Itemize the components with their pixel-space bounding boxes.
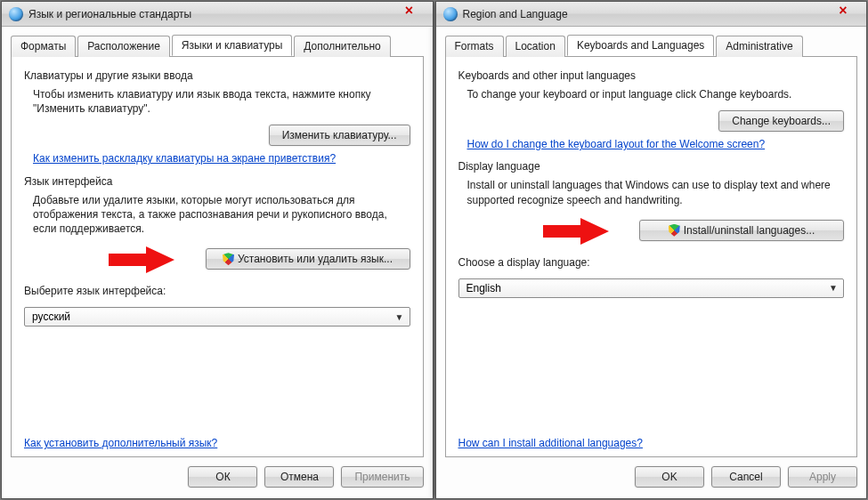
tab-keyboards[interactable]: Языки и клавиатуры [172,35,292,56]
ok-button[interactable]: ОК [188,466,257,488]
keyboards-section-title: Keyboards and other input languages [458,69,845,82]
keyboards-section-body: To change your keyboard or input languag… [467,87,845,101]
svg-marker-1 [543,218,609,245]
tab-location[interactable]: Location [506,36,565,57]
display-language-title: Язык интерфейса [24,175,410,188]
display-language-dropdown[interactable]: English ▼ [458,278,845,298]
arrow-icon [543,218,609,245]
tabstrip: Форматы Расположение Языки и клавиатуры … [11,35,424,57]
dialog-buttons: OK Cancel Apply [445,457,858,489]
apply-button[interactable]: Apply [788,466,857,488]
welcome-keyboard-link[interactable]: Как изменить раскладку клавиатуры на экр… [33,152,336,165]
display-language-selected: русский [32,310,70,323]
install-languages-button[interactable]: Установить или удалить язык... [206,248,410,270]
chevron-down-icon: ▼ [395,312,404,322]
display-language-title: Display language [458,160,845,173]
dialog-region-en: Region and Language × Formats Location K… [435,1,868,499]
close-button[interactable]: × [823,3,863,19]
tab-formats[interactable]: Formats [445,36,504,57]
globe-icon [9,7,23,21]
arrow-icon [109,246,174,273]
display-language-dropdown[interactable]: русский ▼ [24,307,410,327]
window-title: Язык и региональные стандарты [28,8,191,20]
choose-language-label: Choose a display language: [458,255,845,270]
client-area: Formats Location Keyboards and Languages… [436,27,867,498]
cancel-button[interactable]: Cancel [711,466,781,488]
display-language-body: Install or uninstall languages that Wind… [467,178,845,206]
tab-administrative[interactable]: Дополнительно [294,36,390,57]
close-button[interactable]: × [390,3,429,19]
titlebar[interactable]: Язык и региональные стандарты × [2,2,433,27]
tabpanel: Keyboards and other input languages To c… [445,57,858,457]
tab-administrative[interactable]: Administrative [716,36,802,57]
tab-formats[interactable]: Форматы [11,36,76,57]
uac-shield-icon [223,253,234,265]
install-languages-button[interactable]: Install/uninstall languages... [639,220,844,241]
dialog-buttons: ОК Отмена Применить [11,457,424,489]
globe-icon [443,7,458,21]
chevron-down-icon: ▼ [829,283,838,293]
keyboards-section-body: Чтобы изменить клавиатуру или язык ввода… [33,87,410,116]
install-additional-link[interactable]: How can I install additional languages? [458,437,643,449]
display-language-selected: English [466,282,501,294]
window-title: Region and Language [463,8,568,20]
tabpanel: Клавиатуры и другие языки ввода Чтобы из… [11,57,424,457]
tab-keyboards[interactable]: Keyboards and Languages [567,35,714,56]
choose-language-label: Выберите язык интерфейса: [24,284,410,298]
titlebar[interactable]: Region and Language × [436,2,867,27]
tabstrip: Formats Location Keyboards and Languages… [445,35,858,57]
display-language-body: Добавьте или удалите языки, которые могу… [33,193,410,237]
client-area: Форматы Расположение Языки и клавиатуры … [2,27,433,498]
svg-marker-0 [109,246,174,273]
keyboards-section-title: Клавиатуры и другие языки ввода [24,69,410,82]
ok-button[interactable]: OK [635,466,704,488]
welcome-keyboard-link[interactable]: How do I change the keyboard layout for … [467,138,766,150]
dialog-region-ru: Язык и региональные стандарты × Форматы … [1,1,434,499]
change-keyboards-button[interactable]: Change keyboards... [718,110,844,132]
uac-shield-icon [669,224,680,237]
cancel-button[interactable]: Отмена [264,466,334,488]
change-keyboards-button[interactable]: Изменить клавиатуру... [269,125,410,146]
tab-location[interactable]: Расположение [77,36,170,57]
install-additional-link[interactable]: Как установить дополнительный язык? [24,437,217,449]
apply-button[interactable]: Применить [341,466,423,488]
